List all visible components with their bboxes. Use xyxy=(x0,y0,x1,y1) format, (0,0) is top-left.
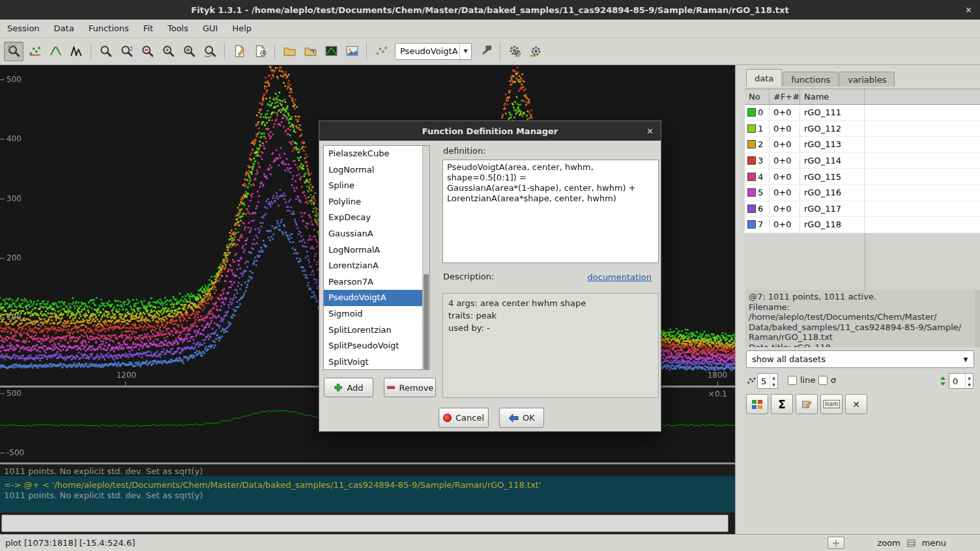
sum-button[interactable]: Σ xyxy=(771,394,793,414)
dialog-title: Function Definition Manager xyxy=(422,126,558,136)
line-checkbox[interactable] xyxy=(788,376,797,385)
run-fit-button[interactable] xyxy=(505,42,525,61)
zoom-previous-button[interactable] xyxy=(158,42,178,61)
panel-splitter[interactable] xyxy=(735,65,745,534)
menu-session[interactable]: Session xyxy=(0,20,47,37)
info-scrollbar[interactable] xyxy=(975,290,980,347)
dataset-no: 5 xyxy=(758,188,763,197)
spinner-arrows[interactable]: ▲▼ xyxy=(965,374,973,388)
function-type-dropdown[interactable]: PseudoVoigtA ▼ xyxy=(395,43,472,60)
header-name[interactable]: Name xyxy=(800,89,865,104)
window-title: Fityk 1.3.1 - /home/aleplo/test/Document… xyxy=(191,5,788,15)
dialog-title-bar: Function Definition Manager ✕ xyxy=(319,121,661,141)
info-line: Raman/rGO_118.txt xyxy=(749,332,971,343)
table-row[interactable]: 7 0+0 rGO_118 xyxy=(745,217,980,233)
zoom-all-button[interactable] xyxy=(96,42,115,61)
list-item[interactable]: Sigmoid xyxy=(324,306,429,322)
description-label: Description: xyxy=(443,272,494,281)
documentation-link[interactable]: documentation xyxy=(588,272,652,282)
delete-dataset-button[interactable]: ✕ xyxy=(845,394,867,414)
data-range-mode-button[interactable] xyxy=(25,42,44,61)
list-item-selected[interactable]: PseudoVoigtA xyxy=(324,290,429,306)
list-item[interactable]: SplitVoigt xyxy=(324,354,429,370)
function-type-list[interactable]: PielaszekCube LogNormal Spline Polyline … xyxy=(323,145,430,370)
script-editor-button[interactable] xyxy=(250,42,270,61)
list-item[interactable]: Polyline xyxy=(324,194,429,210)
output-console[interactable]: 1011 points. No explicit std. dev. Set a… xyxy=(0,464,735,534)
y-tick-label: 100 xyxy=(7,313,22,322)
updown-arrows-icon xyxy=(938,376,947,386)
list-item[interactable]: Pearson7A xyxy=(324,274,429,290)
list-item[interactable]: LogNormal xyxy=(324,162,429,178)
save-session-button[interactable] xyxy=(321,42,341,61)
scrollbar-thumb[interactable] xyxy=(424,274,429,369)
table-row[interactable]: 0 0+0 rGO_111 xyxy=(745,105,980,121)
guess-peak-button[interactable] xyxy=(371,42,391,61)
table-row[interactable]: 2 0+0 rGO_113 xyxy=(745,137,980,153)
cancel-button[interactable]: Cancel xyxy=(439,408,489,428)
list-item[interactable]: SplitLorentzian xyxy=(324,322,429,339)
list-item[interactable]: LorentzianA xyxy=(324,258,429,274)
edit-script-button[interactable] xyxy=(229,42,249,61)
dataset-filter-dropdown[interactable]: show all datasets ▼ xyxy=(746,350,974,368)
table-row[interactable]: 5 0+0 rGO_116 xyxy=(745,185,980,201)
status-zoom-button[interactable]: zoom xyxy=(877,538,900,548)
menu-help[interactable]: Help xyxy=(225,20,259,37)
menu-gui[interactable]: GUI xyxy=(195,20,225,37)
list-item[interactable]: Spline xyxy=(324,178,429,194)
list-item[interactable]: ExpDecay xyxy=(324,210,429,226)
load-data-custom-button[interactable] xyxy=(300,42,320,61)
tab-functions[interactable]: functions xyxy=(783,72,839,87)
dataset-color-swatch xyxy=(747,156,756,165)
dataset-colors-button[interactable] xyxy=(746,394,768,414)
menu-functions[interactable]: Functions xyxy=(81,20,136,37)
window-close-icon[interactable]: ✕ xyxy=(965,0,972,20)
status-bar: plot [1073:1818] [-15.4:524.6] zoom menu xyxy=(0,534,980,551)
zoom-mode-button[interactable] xyxy=(4,42,23,61)
draw-peak-mode-button[interactable] xyxy=(66,42,86,61)
sigma-checkbox[interactable] xyxy=(818,376,828,385)
y-tick xyxy=(0,317,5,318)
dataset-no: 2 xyxy=(758,139,763,149)
undo-fit-button[interactable] xyxy=(526,42,545,61)
menu-data[interactable]: Data xyxy=(47,20,81,37)
tab-variables[interactable]: variables xyxy=(839,72,895,87)
list-item[interactable]: GaussianA xyxy=(324,226,429,242)
add-function-button[interactable] xyxy=(476,42,495,61)
command-input[interactable] xyxy=(1,515,728,532)
point-size-value: 5 xyxy=(758,374,770,388)
export-image-button[interactable] xyxy=(342,42,362,61)
menu-tools[interactable]: Tools xyxy=(160,20,195,37)
zoom-out-button[interactable] xyxy=(137,42,157,61)
add-button[interactable]: Add xyxy=(324,378,373,397)
header-no[interactable]: No xyxy=(745,89,770,104)
point-size-spinner[interactable]: 5 ▲▼ xyxy=(757,373,778,389)
list-item[interactable]: SplitPseudoVoigt xyxy=(324,338,429,354)
ok-button[interactable]: OK xyxy=(499,408,544,428)
table-row[interactable]: 6 0+0 rGO_117 xyxy=(745,201,980,218)
zoom-in-button[interactable] xyxy=(179,42,199,61)
list-scrollbar[interactable] xyxy=(422,146,429,369)
rename-button[interactable]: Inam xyxy=(820,394,843,414)
zoom-vertical-button[interactable] xyxy=(117,42,136,61)
menu-fit[interactable]: Fit xyxy=(136,20,160,37)
table-row[interactable]: 3 0+0 rGO_114 xyxy=(745,153,980,169)
add-peak-mode-button[interactable] xyxy=(46,42,65,61)
table-row[interactable]: 1 0+0 rGO_112 xyxy=(745,121,980,137)
definition-textarea[interactable]: PseudoVoigtA(area, center, hwhm, shape=0… xyxy=(442,160,659,263)
list-item[interactable]: LogNormalA xyxy=(324,242,429,259)
status-menu-button[interactable]: menu xyxy=(922,538,946,548)
edit-data-button[interactable] xyxy=(796,394,818,414)
table-row[interactable]: 4 0+0 rGO_115 xyxy=(745,169,980,185)
description-box: 4 args: area center hwhm shape traits: p… xyxy=(442,293,659,398)
zoom-undo-button[interactable] xyxy=(200,42,220,61)
header-f[interactable]: #F+# xyxy=(770,89,800,104)
shift-spinner[interactable]: 0 ▲▼ xyxy=(949,373,973,389)
tab-data[interactable]: data xyxy=(746,69,782,87)
spinner-arrows[interactable]: ▲▼ xyxy=(770,374,777,388)
load-data-button[interactable] xyxy=(280,42,299,61)
remove-button[interactable]: Remove xyxy=(384,378,436,397)
list-item[interactable]: PielaszekCube xyxy=(324,146,429,162)
crosshair-toggle-button[interactable] xyxy=(828,537,844,549)
dialog-close-icon[interactable]: ✕ xyxy=(646,126,654,136)
